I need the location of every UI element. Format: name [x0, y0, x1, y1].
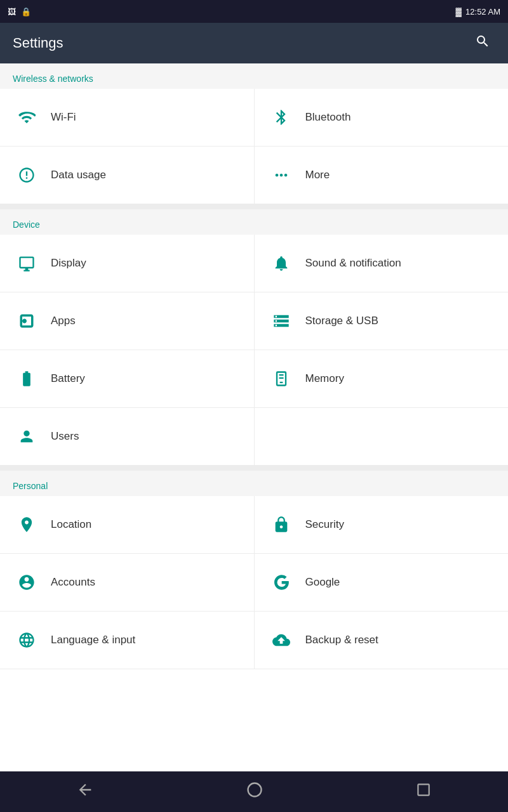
- row-users: Users: [0, 408, 508, 466]
- settings-item-location[interactable]: Location: [0, 496, 255, 553]
- app-bar: Settings: [0, 23, 508, 63]
- settings-item-battery[interactable]: Battery: [0, 350, 255, 407]
- location-icon: [13, 511, 41, 539]
- wifi-icon: [13, 103, 41, 131]
- row-apps-storage: Apps Storage & USB: [0, 292, 508, 350]
- status-bar-left: 🖼 🔒: [8, 7, 31, 16]
- personal-section-header: Personal: [0, 471, 508, 496]
- location-label: Location: [51, 518, 91, 531]
- memory-icon: [267, 365, 295, 393]
- settings-item-bluetooth[interactable]: Bluetooth: [255, 89, 509, 146]
- search-button[interactable]: [470, 29, 495, 58]
- settings-item-memory[interactable]: Memory: [255, 350, 509, 407]
- personal-section: Location Security Accounts Googl: [0, 496, 508, 669]
- backup-icon: [267, 626, 295, 654]
- storage-label: Storage & USB: [305, 315, 378, 327]
- battery-status-icon: ▓: [456, 7, 462, 16]
- settings-item-security[interactable]: Security: [255, 496, 509, 553]
- row-display-sound: Display Sound & notification: [0, 235, 508, 292]
- security-label: Security: [305, 518, 344, 531]
- svg-rect-1: [418, 784, 429, 795]
- wifi-label: Wi-Fi: [51, 111, 76, 124]
- data-usage-label: Data usage: [51, 169, 106, 181]
- accounts-icon: [13, 568, 41, 596]
- settings-item-display[interactable]: Display: [0, 235, 255, 292]
- settings-item-users[interactable]: Users: [0, 408, 255, 465]
- svg-point-0: [248, 783, 261, 797]
- battery-icon: [13, 365, 41, 393]
- image-icon: 🖼: [8, 7, 16, 16]
- wireless-section-header: Wireless & networks: [0, 63, 508, 89]
- device-section-header: Device: [0, 209, 508, 235]
- row-data-more: Data usage More: [0, 147, 508, 204]
- settings-item-data-usage[interactable]: Data usage: [0, 147, 255, 204]
- google-icon: [267, 568, 295, 596]
- settings-item-google[interactable]: Google: [255, 554, 509, 611]
- home-button[interactable]: [227, 775, 283, 809]
- sound-label: Sound & notification: [305, 257, 401, 270]
- status-bar-right: ▓ 12:52 AM: [456, 7, 500, 16]
- battery-label: Battery: [51, 372, 85, 385]
- row-location-security: Location Security: [0, 496, 508, 554]
- divider-device-personal: [0, 466, 508, 471]
- apps-label: Apps: [51, 315, 76, 327]
- settings-item-storage[interactable]: Storage & USB: [255, 292, 509, 350]
- sound-icon: [267, 249, 295, 277]
- bottom-nav: [0, 771, 508, 812]
- storage-icon: [267, 307, 295, 335]
- recents-button[interactable]: [396, 775, 451, 808]
- language-label: Language & input: [51, 634, 135, 646]
- settings-item-apps[interactable]: Apps: [0, 292, 255, 350]
- more-label: More: [305, 169, 330, 181]
- settings-item-language[interactable]: Language & input: [0, 612, 255, 669]
- backup-label: Backup & reset: [305, 634, 378, 646]
- display-icon: [13, 249, 41, 277]
- divider-wireless-device: [0, 204, 508, 209]
- security-icon: [267, 511, 295, 539]
- settings-item-backup[interactable]: Backup & reset: [255, 612, 509, 669]
- bluetooth-icon: [267, 103, 295, 131]
- settings-item-sound[interactable]: Sound & notification: [255, 235, 509, 292]
- settings-content: Wireless & networks Wi-Fi Bluetooth: [0, 63, 508, 771]
- device-section: Display Sound & notification Apps: [0, 235, 508, 466]
- settings-item-wifi[interactable]: Wi-Fi: [0, 89, 255, 146]
- bluetooth-label: Bluetooth: [305, 111, 351, 124]
- users-label: Users: [51, 430, 79, 443]
- display-label: Display: [51, 257, 86, 270]
- row-wifi-bluetooth: Wi-Fi Bluetooth: [0, 89, 508, 147]
- users-icon: [13, 422, 41, 450]
- more-icon: [267, 161, 295, 189]
- settings-item-more[interactable]: More: [255, 147, 509, 204]
- page-title: Settings: [13, 35, 64, 51]
- wireless-section: Wi-Fi Bluetooth Data usage More: [0, 89, 508, 204]
- google-label: Google: [305, 576, 340, 589]
- status-bar: 🖼 🔒 ▓ 12:52 AM: [0, 0, 508, 23]
- language-icon: [13, 626, 41, 654]
- accounts-label: Accounts: [51, 576, 95, 589]
- lock-icon: 🔒: [21, 7, 31, 16]
- row-accounts-google: Accounts Google: [0, 554, 508, 612]
- time-display: 12:52 AM: [465, 7, 500, 16]
- memory-label: Memory: [305, 372, 344, 385]
- row-battery-memory: Battery Memory: [0, 350, 508, 408]
- back-button[interactable]: [57, 775, 113, 809]
- settings-item-accounts[interactable]: Accounts: [0, 554, 255, 611]
- apps-icon: [13, 307, 41, 335]
- data-usage-icon: [13, 161, 41, 189]
- row-language-backup: Language & input Backup & reset: [0, 612, 508, 669]
